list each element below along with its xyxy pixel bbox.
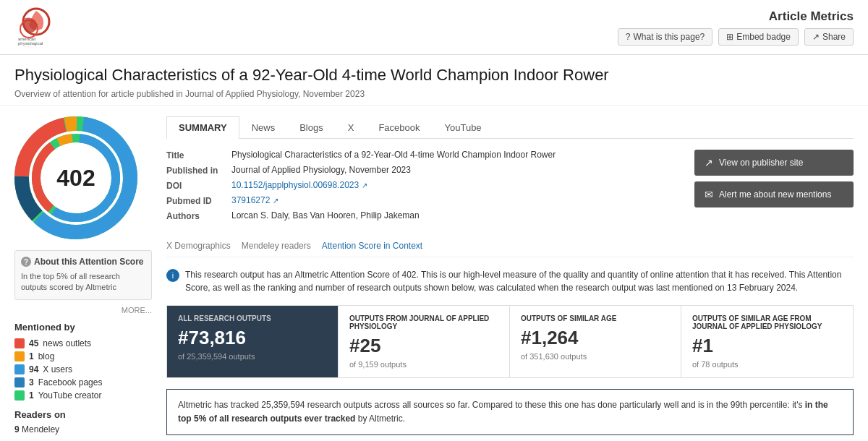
altmetric-score: 402 — [56, 165, 95, 192]
stats-row: ALL RESEARCH OUTPUTS #73,816 of 25,359,5… — [166, 305, 854, 378]
tab-youtube[interactable]: YouTube — [433, 116, 494, 138]
summary-text-before: Altmetric has tracked 25,359,594 researc… — [178, 400, 805, 410]
mention-count: 3 — [29, 377, 34, 388]
logo-area: american physiological society — [14, 7, 58, 47]
stat-sub: of 9,159 outputs — [349, 360, 498, 369]
main-content: 402 ? About this Attention Score In the … — [0, 106, 868, 441]
left-sidebar: 402 ? About this Attention Score In the … — [14, 116, 152, 437]
mention-label: news outlets — [43, 338, 91, 348]
about-score-box: ? About this Attention Score In the top … — [14, 250, 152, 300]
tab-x[interactable]: X — [336, 116, 367, 138]
svg-text:society: society — [18, 46, 32, 47]
mentioned-by-list: 45 news outlets 1 blog 94 X users 3 Face… — [14, 338, 152, 401]
article-title-area: Physiological Characteristics of a 92-Ye… — [0, 55, 868, 106]
mention-label: YouTube creator — [38, 390, 102, 401]
side-button[interactable]: ✉Alert me about new mentions — [694, 181, 854, 207]
summary-text-after: by Altmetric. — [355, 414, 405, 424]
mention-color-dot — [14, 351, 25, 361]
mention-label: X users — [43, 364, 72, 374]
mention-count: 94 — [29, 364, 38, 374]
article-info-table: Title Physiological Characteristics of a… — [166, 150, 680, 221]
tabs-bar: SUMMARYNewsBlogsXFacebookYouTube — [166, 116, 854, 139]
stat-sub: of 25,359,594 outputs — [178, 352, 327, 361]
pubmed-label: Pubmed ID — [166, 195, 231, 206]
stat-sub: of 351,630 outputs — [521, 352, 670, 361]
aps-logo: american physiological society — [14, 7, 58, 47]
mention-color-dot — [14, 338, 25, 348]
mention-item: 1 YouTube creator — [14, 390, 152, 401]
summary-box: Altmetric has tracked 25,359,594 researc… — [166, 389, 854, 435]
info-text: This research output has an Altmetric At… — [185, 268, 854, 294]
mention-item: 3 Facebook pages — [14, 377, 152, 388]
sub-tab-mendeley-readers[interactable]: Mendeley readers — [242, 241, 311, 251]
pubmed-link[interactable]: 37916272 — [231, 195, 270, 205]
question-icon: ? — [626, 32, 631, 42]
authors-value: Lorcan S. Daly, Bas Van Hooren, Philip J… — [231, 210, 680, 221]
doi-label: DOI — [166, 180, 231, 191]
article-metrics-title: Article Metrics — [769, 9, 854, 24]
stat-cell: OUTPUTS FROM JOURNAL OF APPLIED PHYSIOLO… — [339, 306, 510, 377]
sub-tabs: X DemographicsMendeley readersAttention … — [166, 241, 854, 257]
tab-facebook[interactable]: Facebook — [366, 116, 432, 138]
share-icon: ↗ — [812, 32, 820, 42]
tab-blogs[interactable]: Blogs — [287, 116, 336, 138]
mention-color-dot — [14, 364, 25, 374]
mention-item: 94 X users — [14, 364, 152, 374]
header-right: Article Metrics ? What is this page? ⊞ E… — [618, 9, 854, 46]
stat-cell: ALL RESEARCH OUTPUTS #73,816 of 25,359,5… — [167, 306, 339, 377]
info-icon: i — [166, 269, 179, 282]
side-button[interactable]: ↗View on publisher site — [694, 150, 854, 176]
pubmed-value: 37916272 ↗ — [231, 195, 680, 206]
right-content: SUMMARYNewsBlogsXFacebookYouTube ↗View o… — [166, 116, 854, 437]
mentioned-by-title: Mentioned by — [14, 322, 152, 333]
reader-item: 9 Mendeley — [14, 424, 152, 434]
readers-on-list: 9 Mendeley — [14, 424, 152, 434]
embed-badge-button[interactable]: ⊞ Embed badge — [718, 28, 799, 46]
tab-summary[interactable]: SUMMARY — [166, 116, 239, 139]
article-main-title: Physiological Characteristics of a 92-Ye… — [14, 66, 854, 85]
title-value: Physiological Characteristics of a 92-Ye… — [231, 150, 680, 160]
published-value: Journal of Applied Physiology, November … — [231, 165, 680, 176]
about-score-text: In the top 5% of all research outputs sc… — [21, 271, 145, 294]
side-btn-icon: ✉ — [705, 189, 713, 200]
stat-value: #73,816 — [178, 327, 327, 349]
question-circle-icon: ? — [21, 257, 31, 267]
header-buttons: ? What is this page? ⊞ Embed badge ↗ Sha… — [618, 28, 854, 46]
mention-color-dot — [14, 390, 25, 401]
sub-tab-attention-score-in-context[interactable]: Attention Score in Context — [322, 241, 422, 251]
sub-tab-x-demographics[interactable]: X Demographics — [166, 241, 231, 251]
article-subtitle: Overview of attention for article publis… — [14, 89, 854, 99]
mention-label: Facebook pages — [38, 377, 103, 388]
external-link-icon: ↗ — [362, 181, 367, 189]
doi-link[interactable]: 10.1152/japplphysiol.00698.2023 — [231, 180, 359, 190]
header: american physiological society Article M… — [0, 0, 868, 55]
stat-value: #1 — [692, 335, 842, 357]
stat-cell: OUTPUTS OF SIMILAR AGE #1,264 of 351,630… — [510, 306, 681, 377]
pubmed-ext-icon: ↗ — [273, 197, 278, 205]
share-button[interactable]: ↗ Share — [804, 28, 854, 46]
mention-label: blog — [38, 351, 55, 361]
stat-label: OUTPUTS FROM JOURNAL OF APPLIED PHYSIOLO… — [349, 314, 498, 330]
authors-label: Authors — [166, 210, 231, 221]
readers-on-title: Readers on — [14, 409, 152, 420]
stat-label: OUTPUTS OF SIMILAR AGE FROM JOURNAL OF A… — [692, 314, 842, 330]
side-buttons: ↗View on publisher site✉Alert me about n… — [694, 150, 854, 207]
side-btn-label: Alert me about new mentions — [719, 189, 831, 200]
tab-news[interactable]: News — [239, 116, 288, 138]
info-box: i This research output has an Altmetric … — [166, 268, 854, 294]
title-label: Title — [166, 150, 231, 160]
what-is-this-button[interactable]: ? What is this page? — [618, 28, 712, 46]
side-btn-label: View on publisher site — [719, 158, 804, 168]
side-btn-icon: ↗ — [705, 157, 713, 168]
mention-color-dot — [14, 377, 25, 388]
stat-label: ALL RESEARCH OUTPUTS — [178, 314, 327, 322]
doi-value: 10.1152/japplphysiol.00698.2023 ↗ — [231, 180, 680, 191]
reader-label: Mendeley — [22, 424, 59, 434]
stat-label: OUTPUTS OF SIMILAR AGE — [521, 314, 670, 322]
embed-icon: ⊞ — [726, 32, 733, 42]
stat-cell: OUTPUTS OF SIMILAR AGE FROM JOURNAL OF A… — [681, 306, 853, 377]
more-link[interactable]: MORE... — [14, 306, 152, 314]
reader-count: 9 — [14, 424, 20, 434]
about-score-title: ? About this Attention Score — [21, 257, 145, 267]
stat-value: #25 — [349, 335, 498, 357]
